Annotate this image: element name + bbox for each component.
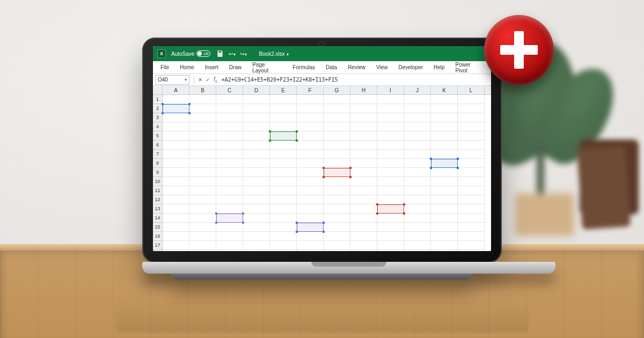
cell-G11[interactable] <box>324 186 350 195</box>
cell-F14[interactable] <box>297 214 324 223</box>
cell-K2[interactable] <box>431 104 458 113</box>
row-header-9[interactable]: 9 <box>153 168 163 177</box>
cell-H3[interactable] <box>350 113 377 122</box>
cell-C14[interactable] <box>216 214 243 223</box>
cell-K12[interactable] <box>431 195 458 204</box>
cell-J15[interactable] <box>404 223 431 232</box>
cell-J10[interactable] <box>404 177 431 186</box>
cell-C5[interactable] <box>216 131 243 141</box>
cell-D4[interactable] <box>243 122 270 131</box>
cell-D18[interactable] <box>243 250 270 251</box>
cell-I12[interactable] <box>377 195 404 204</box>
cell-F15[interactable] <box>297 223 324 232</box>
column-header-C[interactable]: C <box>216 86 243 94</box>
cell-H8[interactable] <box>350 159 377 168</box>
save-icon[interactable] <box>216 49 224 58</box>
cell-F5[interactable] <box>297 131 324 141</box>
row-header-14[interactable]: 14 <box>153 214 163 223</box>
cell-A18[interactable] <box>163 250 189 251</box>
cell-C18[interactable] <box>216 250 243 251</box>
cell-D9[interactable] <box>243 168 270 177</box>
row-header-7[interactable]: 7 <box>153 150 163 159</box>
cell-I17[interactable] <box>377 241 404 250</box>
cell-D5[interactable] <box>243 131 270 141</box>
cell-G18[interactable] <box>324 250 350 251</box>
cell-J6[interactable] <box>404 141 431 150</box>
cell-A3[interactable] <box>163 113 189 122</box>
cell-G16[interactable] <box>324 232 350 241</box>
cell-I13[interactable] <box>377 204 404 214</box>
cell-E18[interactable] <box>270 250 297 251</box>
row-header-12[interactable]: 12 <box>153 195 163 204</box>
cell-D2[interactable] <box>243 104 270 113</box>
cell-C3[interactable] <box>216 113 243 122</box>
formula-input[interactable]: =A2+G9+C14+E5+B20+F23+I22+K8+I13+F15 <box>219 75 491 85</box>
cell-B5[interactable] <box>189 131 216 141</box>
cell-I5[interactable] <box>377 131 404 141</box>
cell-K13[interactable] <box>431 204 458 214</box>
cell-C8[interactable] <box>216 159 243 168</box>
cell-E12[interactable] <box>270 195 297 204</box>
cell-L6[interactable] <box>458 141 485 150</box>
cell-F12[interactable] <box>297 195 324 204</box>
cell-L9[interactable] <box>458 168 485 177</box>
cell-F17[interactable] <box>297 241 324 250</box>
cell-D1[interactable] <box>243 95 270 104</box>
cell-B17[interactable] <box>189 241 216 250</box>
cell-C10[interactable] <box>216 177 243 186</box>
cell-D10[interactable] <box>243 177 270 186</box>
ribbon-tab-power-pivot[interactable]: Power Pivot <box>451 60 488 76</box>
cell-I14[interactable] <box>377 214 404 223</box>
cell-J3[interactable] <box>404 113 431 122</box>
cell-H18[interactable] <box>350 250 377 251</box>
cell-D13[interactable] <box>243 204 270 214</box>
cell-H6[interactable] <box>350 141 377 150</box>
cell-K1[interactable] <box>431 95 458 104</box>
cell-G1[interactable] <box>324 95 350 104</box>
column-header-I[interactable]: I <box>377 86 404 94</box>
cell-B4[interactable] <box>189 122 216 131</box>
select-all-corner[interactable] <box>153 86 163 94</box>
cell-G7[interactable] <box>324 150 350 159</box>
row-header-18[interactable]: 18 <box>153 250 163 251</box>
cell-C7[interactable] <box>216 150 243 159</box>
cell-D12[interactable] <box>243 195 270 204</box>
cell-L15[interactable] <box>458 223 485 232</box>
column-header-J[interactable]: J <box>404 86 431 94</box>
row-header-6[interactable]: 6 <box>153 141 163 150</box>
row-header-8[interactable]: 8 <box>153 159 163 168</box>
cell-L16[interactable] <box>458 232 485 241</box>
cell-B12[interactable] <box>189 195 216 204</box>
cell-I9[interactable] <box>377 168 404 177</box>
cell-I18[interactable] <box>377 250 404 251</box>
cell-A16[interactable] <box>163 232 189 241</box>
cell-A5[interactable] <box>163 131 189 141</box>
cell-E6[interactable] <box>270 141 297 150</box>
cell-B7[interactable] <box>189 150 216 159</box>
cell-A13[interactable] <box>163 204 189 214</box>
cell-K4[interactable] <box>431 122 458 131</box>
cell-B8[interactable] <box>189 159 216 168</box>
row-header-13[interactable]: 13 <box>153 204 163 214</box>
cell-B14[interactable] <box>189 214 216 223</box>
cell-D6[interactable] <box>243 141 270 150</box>
cell-C9[interactable] <box>216 168 243 177</box>
cell-I8[interactable] <box>377 159 404 168</box>
cell-I15[interactable] <box>377 223 404 232</box>
autosave-switch[interactable]: Off <box>196 50 210 57</box>
row-header-10[interactable]: 10 <box>153 177 163 186</box>
column-header-B[interactable]: B <box>189 86 216 94</box>
cell-J16[interactable] <box>404 232 431 241</box>
cell-K14[interactable] <box>431 214 458 223</box>
cell-H1[interactable] <box>350 95 377 104</box>
cell-E3[interactable] <box>270 113 297 122</box>
cell-L4[interactable] <box>458 122 485 131</box>
cell-L10[interactable] <box>458 177 485 186</box>
cell-C6[interactable] <box>216 141 243 150</box>
row-header-11[interactable]: 11 <box>153 186 163 195</box>
cell-H14[interactable] <box>350 214 377 223</box>
cell-F2[interactable] <box>297 104 324 113</box>
row-header-3[interactable]: 3 <box>153 113 163 122</box>
cell-D7[interactable] <box>243 150 270 159</box>
cell-A15[interactable] <box>163 223 189 232</box>
